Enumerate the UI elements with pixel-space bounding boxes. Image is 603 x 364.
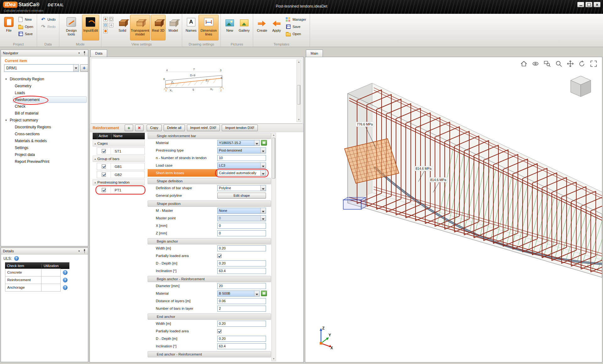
collapse-icon[interactable]: ▾ <box>78 51 80 55</box>
properties-scrollbar[interactable]: ▲▼ <box>271 133 276 361</box>
edit-material-button[interactable] <box>261 291 267 296</box>
grid-group-prestressing-tendon[interactable]: ▴Prestressing tendon <box>93 179 145 185</box>
current-item-dropdown[interactable]: DRM1 <box>4 64 79 72</box>
input-inclination[interactable] <box>217 268 266 274</box>
view-cube[interactable] <box>571 76 591 97</box>
home-icon[interactable] <box>520 60 528 68</box>
nav-item-project-summary[interactable]: ▾Project summary <box>2 117 87 124</box>
mini-grid-icon[interactable] <box>109 23 113 27</box>
tab-main[interactable]: Main <box>306 50 323 57</box>
input-z-mm[interactable] <box>217 230 266 236</box>
ribbon-button-new[interactable]: New <box>223 15 236 40</box>
ribbon-button-undo[interactable]: Undo <box>39 16 57 23</box>
ribbon-button-save[interactable]: Save <box>284 24 307 30</box>
dropdown-definition-of-bar-shape[interactable]: Polyline <box>217 185 266 191</box>
rotate-icon[interactable] <box>578 60 586 68</box>
dropdown-prestressing-type[interactable]: Post-tensioned <box>217 147 266 153</box>
input-d-depth-m[interactable] <box>217 260 266 266</box>
nav-item-discontinuity-regions[interactable]: Discontinuity Regions <box>2 124 87 131</box>
input-diameter-mm[interactable] <box>217 283 266 289</box>
maximize-button[interactable] <box>585 2 592 7</box>
ribbon-button-gallery[interactable]: Gallery <box>237 15 251 40</box>
scrollbar-thumb[interactable] <box>272 138 275 179</box>
pin-icon[interactable] <box>83 51 86 56</box>
active-checkbox[interactable] <box>102 149 106 153</box>
toolbar-button-import-reinf-dxf[interactable]: Import reinf. DXF <box>187 125 220 131</box>
ribbon-button-model[interactable]: Model <box>166 15 180 40</box>
input-inclination[interactable] <box>217 343 266 349</box>
close-button[interactable] <box>594 2 600 7</box>
scrollbar-thumb[interactable] <box>297 85 301 104</box>
ribbon-button-open[interactable]: Open <box>284 31 307 37</box>
pan-icon[interactable] <box>566 60 574 68</box>
nav-item-report-preview-print[interactable]: Report Preview/Print <box>2 158 87 165</box>
dropdown-m-master[interactable]: None <box>217 208 266 214</box>
collapse-icon[interactable]: ▾ <box>78 249 80 253</box>
collapse-arrow-icon[interactable]: ▴ <box>93 158 97 160</box>
help-icon[interactable] <box>63 270 68 275</box>
input-n-number-of-strands-in-tendon[interactable] <box>217 155 266 161</box>
grid-row-st1[interactable]: ST1 <box>97 147 145 155</box>
active-checkbox[interactable] <box>102 173 106 177</box>
input-d-depth-m[interactable] <box>217 336 266 342</box>
toolbar-button-import-tendon-dxf[interactable]: Import tendon DXF <box>222 125 258 131</box>
edit-material-button[interactable] <box>261 140 267 146</box>
ribbon-button-real-3d[interactable]: Real 3D <box>151 15 166 40</box>
ribbon-button-file[interactable]: File <box>2 15 16 40</box>
grid-row-gb2[interactable]: GB2 <box>97 171 145 178</box>
tab-data[interactable]: Data <box>90 50 107 57</box>
fullscreen-icon[interactable] <box>589 60 598 68</box>
ribbon-button-redo[interactable]: Redo <box>39 24 57 30</box>
ribbon-button-input-edit[interactable]: Input/Edit <box>82 15 99 40</box>
input-width-m[interactable] <box>217 321 266 327</box>
grid-group-cages[interactable]: ▴Cages <box>93 140 145 147</box>
help-icon[interactable] <box>63 278 68 282</box>
ribbon-button-transparent-model[interactable]: Transparent model <box>130 15 150 40</box>
input-number-of-bars-in-layer[interactable] <box>217 306 266 312</box>
ribbon-button-create[interactable]: Create <box>255 15 269 40</box>
dropdown-short-term-losses[interactable]: Calculated automatically <box>217 170 266 176</box>
nav-item-check[interactable]: Check <box>2 103 87 110</box>
nav-item-discontinuity-region[interactable]: ▾Discontinuity Region <box>2 76 87 83</box>
nav-item-materials-models[interactable]: Materials & models <box>2 137 87 144</box>
toolbar-button-delete-all[interactable]: Delete all <box>164 125 185 131</box>
grid-group-group-of-bars[interactable]: ▴Group of bars <box>93 156 145 162</box>
grid-row-gb1[interactable]: GB1 <box>97 163 145 170</box>
nav-item-loads[interactable]: Loads <box>2 89 87 96</box>
ribbon-button-new[interactable]: New <box>16 16 35 23</box>
checkbox-partially-loaded-area[interactable] <box>217 329 221 333</box>
input-width-m[interactable] <box>217 245 266 251</box>
mini-axes-icon[interactable] <box>103 17 108 21</box>
dropdown-load-case[interactable]: LC3 <box>217 163 266 169</box>
grid-row-pt1[interactable]: PT1 <box>97 186 145 194</box>
help-icon[interactable] <box>14 256 19 261</box>
add-reinforcement-button[interactable] <box>125 125 133 131</box>
collapse-arrow-icon[interactable]: ▴ <box>93 142 97 145</box>
input-distance-of-layers-m[interactable] <box>217 298 266 304</box>
nav-item-cross-sections[interactable]: Cross-sections <box>2 131 87 137</box>
active-checkbox[interactable] <box>102 164 106 169</box>
mini-plane-icon[interactable] <box>103 23 108 27</box>
nav-item-project-data[interactable]: Project data <box>2 151 87 158</box>
delete-reinforcement-button[interactable] <box>135 125 144 131</box>
nav-item-bill-of-material[interactable]: Bill of material <box>2 110 87 117</box>
mini-origin-icon[interactable] <box>103 29 108 33</box>
ribbon-button-design-tools[interactable]: Design tools <box>61 15 81 40</box>
ribbon-button-save[interactable]: Save <box>16 31 35 37</box>
dropdown-master-point[interactable]: 0 <box>217 215 266 221</box>
expand-arrow-icon[interactable]: ▾ <box>5 78 10 81</box>
zoom-window-icon[interactable] <box>543 60 551 68</box>
minimize-button[interactable] <box>577 2 584 7</box>
3d-scene[interactable] <box>305 57 602 362</box>
input-x-mm[interactable] <box>217 223 266 229</box>
pin-icon[interactable] <box>83 249 86 254</box>
dropdown-material[interactable]: B 500B <box>217 291 260 297</box>
checkbox-partially-loaded-area[interactable] <box>217 254 221 258</box>
dropdown-material[interactable]: Y1860S7-15.2 <box>217 140 260 146</box>
nav-item-settings[interactable]: Settings <box>2 144 87 151</box>
toolbar-button-copy[interactable]: Copy <box>147 125 162 131</box>
active-checkbox[interactable] <box>102 188 106 192</box>
nav-item-reinforcement[interactable]: Reinforcement <box>13 96 87 103</box>
zoom-icon[interactable] <box>555 60 563 68</box>
add-item-button[interactable] <box>80 64 88 72</box>
